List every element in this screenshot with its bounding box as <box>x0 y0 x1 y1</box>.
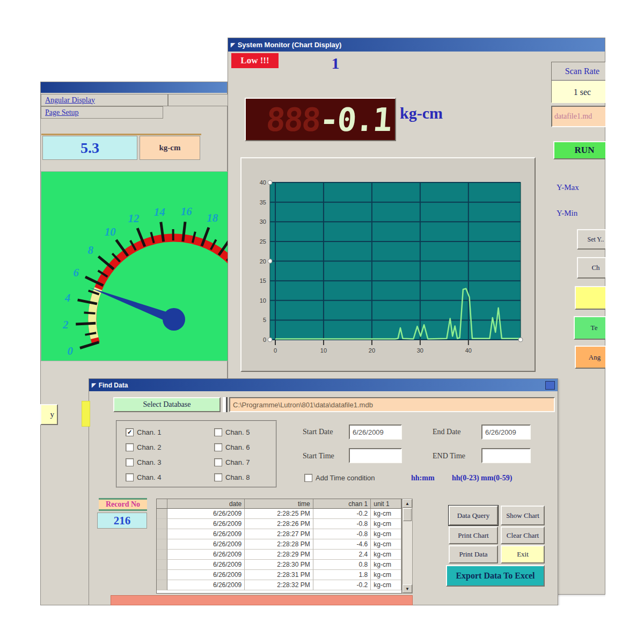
row-selector <box>157 550 167 560</box>
channel-checkbox-8[interactable]: Chan. 8 <box>214 470 250 485</box>
start-date-field[interactable]: 6/26/2009 <box>349 425 402 440</box>
time-range-hint: hh(0-23) mm(0-59) <box>452 474 512 482</box>
end-time-field[interactable] <box>481 448 531 463</box>
end-date-field[interactable]: 6/26/2009 <box>481 425 531 440</box>
end-date-label: End Date <box>433 428 460 436</box>
scan-rate-group: Scan Rate 1 sec <box>551 62 605 103</box>
export-excel-button[interactable]: Export Data To Excel <box>446 565 545 587</box>
database-path-field[interactable]: C:\Programme\Lutron\801\data\datafile1.m… <box>229 397 555 412</box>
analog-gauge-panel: 024681012141618202224262830 <box>41 171 229 361</box>
svg-text:30: 30 <box>417 347 423 354</box>
set-y-button[interactable]: Set Y.. <box>577 229 605 250</box>
table-row[interactable]: 6/26/20092:28:32 PM-0.2kg-cm <box>157 580 401 590</box>
checkbox-box <box>214 443 222 451</box>
svg-text:14: 14 <box>154 206 165 218</box>
menu-item-page-setup[interactable]: Page Setup <box>41 106 163 119</box>
print-chart-button[interactable]: Print Chart <box>449 526 498 544</box>
window-title: Find Data <box>99 382 128 389</box>
channel-label: Chan. 8 <box>225 473 250 481</box>
row-selector <box>157 560 167 570</box>
table-row[interactable]: 6/26/20092:28:27 PM-0.8kg-cm <box>157 529 401 539</box>
svg-text:40: 40 <box>465 347 472 354</box>
checkbox-box <box>126 473 134 481</box>
svg-text:4: 4 <box>64 291 71 304</box>
start-time-field[interactable] <box>349 448 402 463</box>
led-value: -0.1 <box>318 104 392 136</box>
checkbox-box <box>214 473 222 481</box>
table-row[interactable]: 6/26/20092:28:31 PM1.8kg-cm <box>157 570 401 580</box>
channel-label: Chan. 7 <box>225 458 250 466</box>
scroll-down-arrow[interactable]: ▼ <box>402 584 412 593</box>
channel-checkbox-5[interactable]: Chan. 5 <box>214 425 250 440</box>
table-row[interactable]: 6/26/20092:28:25 PM-0.2kg-cm <box>157 509 401 519</box>
menu-item-angular-display[interactable]: Angular Display <box>41 94 168 106</box>
channel-checkbox-3[interactable]: Chan. 3 <box>126 455 214 470</box>
y-max-label: Y-Max <box>557 183 579 192</box>
chart-side-button[interactable]: Ch <box>577 257 605 279</box>
table-cell: -0.8 <box>313 529 371 539</box>
channel-label: Chan. 3 <box>137 458 162 466</box>
records-table[interactable]: datetimechan 1unit 16/26/20092:28:25 PM-… <box>156 499 402 594</box>
add-time-condition-checkbox[interactable]: Add Time condition <box>304 470 375 485</box>
led-display: 888-0.1 <box>245 98 396 141</box>
channel-checkbox-6[interactable]: Chan. 6 <box>214 440 250 455</box>
status-bar <box>111 595 413 605</box>
yellow-side-button[interactable] <box>575 286 605 310</box>
datafile-field[interactable]: datafile1.md <box>551 106 605 127</box>
angular-side-button[interactable]: Ang <box>575 346 605 369</box>
scrollbar-thumb[interactable] <box>403 508 412 521</box>
table-row[interactable]: 6/26/20092:28:28 PM-4.6kg-cm <box>157 539 401 550</box>
path-divider <box>223 397 228 412</box>
start-time-label: Start Time <box>303 452 334 460</box>
table-cell: -0.2 <box>313 580 371 590</box>
svg-text:2: 2 <box>62 318 69 331</box>
table-cell: 2:28:25 PM <box>245 509 313 519</box>
checkbox-box <box>214 458 222 466</box>
svg-text:0: 0 <box>263 336 266 343</box>
clear-chart-button[interactable]: Clear Chart <box>501 526 545 544</box>
channel-checkbox-4[interactable]: Chan. 4 <box>126 470 214 485</box>
scroll-up-arrow[interactable]: ▲ <box>402 499 412 508</box>
channel-checkbox-2[interactable]: Chan. 2 <box>126 440 214 455</box>
table-cell: -4.6 <box>313 539 371 550</box>
svg-text:8: 8 <box>88 244 94 257</box>
show-chart-button[interactable]: Show Chart <box>501 506 545 525</box>
titlebar-button[interactable] <box>545 381 555 390</box>
text-side-button[interactable]: Te <box>574 316 605 340</box>
system-monitor-titlebar[interactable]: ◤ System Monitor (Chart Display) <box>228 38 605 52</box>
angular-window-titlebar[interactable] <box>41 82 227 93</box>
table-cell: 2:28:26 PM <box>245 519 313 529</box>
exit-button[interactable]: Exit <box>501 545 545 564</box>
row-selector <box>157 509 167 519</box>
table-row[interactable]: 6/26/20092:28:29 PM2.4kg-cm <box>157 550 401 560</box>
print-data-button[interactable]: Print Data <box>449 545 498 564</box>
table-cell: 6/26/2009 <box>167 509 245 519</box>
find-data-titlebar[interactable]: ◤ Find Data <box>89 379 558 391</box>
svg-text:5: 5 <box>263 317 266 323</box>
table-scrollbar[interactable]: ▲ ▼ <box>402 499 413 594</box>
table-cell: 2:28:27 PM <box>245 529 313 539</box>
svg-text:0: 0 <box>68 345 74 357</box>
table-cell: kg-cm <box>371 539 401 550</box>
menu-item-label: Page Setup <box>45 108 79 117</box>
row-selector <box>157 580 167 590</box>
data-query-button[interactable]: Data Query <box>449 506 498 525</box>
add-time-condition-label: Add Time condition <box>316 474 375 482</box>
channel-checkbox-1[interactable]: ✓Chan. 1 <box>126 425 214 440</box>
select-database-button[interactable]: Select Database <box>113 397 221 412</box>
svg-text:40: 40 <box>260 179 266 186</box>
table-row[interactable]: 6/26/20092:28:30 PM0.8kg-cm <box>157 560 401 570</box>
table-cell: 6/26/2009 <box>167 519 245 529</box>
partial-background-button[interactable]: y <box>40 404 58 425</box>
table-row[interactable]: 6/26/20092:28:26 PM-0.8kg-cm <box>157 519 401 529</box>
run-button[interactable]: RUN <box>553 141 605 159</box>
scan-rate-value[interactable]: 1 sec <box>552 81 605 103</box>
channel-checkbox-7[interactable]: Chan. 7 <box>214 455 250 470</box>
table-cell: 2:28:28 PM <box>245 539 313 550</box>
column-header: chan 1 <box>313 499 371 509</box>
time-format-hint: hh:mm <box>411 474 435 482</box>
table-cell: 6/26/2009 <box>167 539 245 550</box>
svg-text:30: 30 <box>260 218 266 225</box>
column-header: time <box>245 499 313 509</box>
table-cell: 6/26/2009 <box>167 580 245 590</box>
